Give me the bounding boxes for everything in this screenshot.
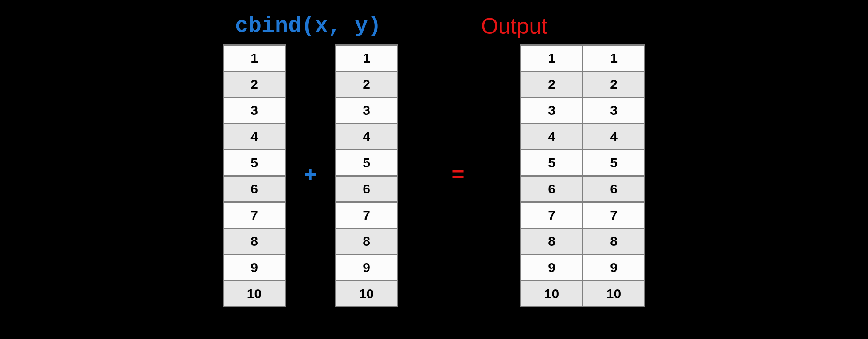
table-row: 10 [223, 281, 285, 307]
table-row: 55 [521, 150, 645, 176]
out-x-cell: 2 [521, 71, 583, 98]
diagram-body: 1 2 3 4 5 6 7 8 9 10 + 1 2 3 4 5 6 7 8 9… [223, 44, 645, 307]
x-cell: 6 [223, 176, 285, 202]
out-y-cell: 10 [583, 281, 645, 307]
out-y-cell: 5 [583, 150, 645, 176]
y-cell: 5 [336, 150, 398, 176]
out-y-cell: 3 [583, 98, 645, 124]
y-cell: 6 [336, 176, 398, 202]
out-x-cell: 3 [521, 98, 583, 124]
table-row: 66 [521, 176, 645, 202]
table-row: 4 [336, 124, 398, 150]
table-row: 4 [223, 124, 285, 150]
table-row: 7 [336, 202, 398, 229]
table-row: 2 [223, 71, 285, 98]
table-row: 9 [336, 255, 398, 281]
out-x-cell: 4 [521, 124, 583, 150]
y-cell: 4 [336, 124, 398, 150]
table-row: 8 [223, 229, 285, 255]
y-cell: 7 [336, 202, 398, 229]
out-y-cell: 4 [583, 124, 645, 150]
x-cell: 7 [223, 202, 285, 229]
x-cell: 4 [223, 124, 285, 150]
y-column-table: 1 2 3 4 5 6 7 8 9 10 [335, 44, 398, 307]
table-row: 88 [521, 229, 645, 255]
table-row: 6 [223, 176, 285, 202]
table-row: 1 [336, 45, 398, 71]
x-cell: 1 [223, 45, 285, 71]
out-x-cell: 8 [521, 229, 583, 255]
out-y-cell: 6 [583, 176, 645, 202]
out-x-cell: 9 [521, 255, 583, 281]
table-row: 8 [336, 229, 398, 255]
table-row: 44 [521, 124, 645, 150]
y-cell: 10 [336, 281, 398, 307]
out-x-cell: 1 [521, 45, 583, 71]
y-cell: 8 [336, 229, 398, 255]
out-x-cell: 10 [521, 281, 583, 307]
x-cell: 10 [223, 281, 285, 307]
table-row: 9 [223, 255, 285, 281]
equals-operator: = [451, 163, 465, 189]
table-row: 22 [521, 71, 645, 98]
x-cell: 3 [223, 98, 285, 124]
table-row: 6 [336, 176, 398, 202]
table-row: 2 [336, 71, 398, 98]
x-cell: 2 [223, 71, 285, 98]
out-x-cell: 5 [521, 150, 583, 176]
output-title: Output [481, 13, 547, 39]
table-row: 10 [336, 281, 398, 307]
plus-operator: + [304, 163, 317, 189]
table-row: 11 [521, 45, 645, 71]
code-expression-title: cbind(x, y) [235, 13, 381, 39]
y-cell: 3 [336, 98, 398, 124]
out-y-cell: 8 [583, 229, 645, 255]
y-cell: 9 [336, 255, 398, 281]
x-cell: 8 [223, 229, 285, 255]
table-row: 3 [336, 98, 398, 124]
table-row: 77 [521, 202, 645, 229]
table-row: 7 [223, 202, 285, 229]
out-y-cell: 1 [583, 45, 645, 71]
table-row: 3 [223, 98, 285, 124]
table-row: 1 [223, 45, 285, 71]
x-column-table: 1 2 3 4 5 6 7 8 9 10 [223, 44, 286, 307]
table-row: 99 [521, 255, 645, 281]
out-y-cell: 9 [583, 255, 645, 281]
out-y-cell: 2 [583, 71, 645, 98]
out-y-cell: 7 [583, 202, 645, 229]
out-x-cell: 7 [521, 202, 583, 229]
out-x-cell: 6 [521, 176, 583, 202]
x-cell: 9 [223, 255, 285, 281]
output-table: 11 22 33 44 55 66 77 88 99 1010 [520, 44, 645, 307]
table-row: 1010 [521, 281, 645, 307]
table-row: 5 [336, 150, 398, 176]
table-row: 33 [521, 98, 645, 124]
table-row: 5 [223, 150, 285, 176]
y-cell: 2 [336, 71, 398, 98]
y-cell: 1 [336, 45, 398, 71]
x-cell: 5 [223, 150, 285, 176]
